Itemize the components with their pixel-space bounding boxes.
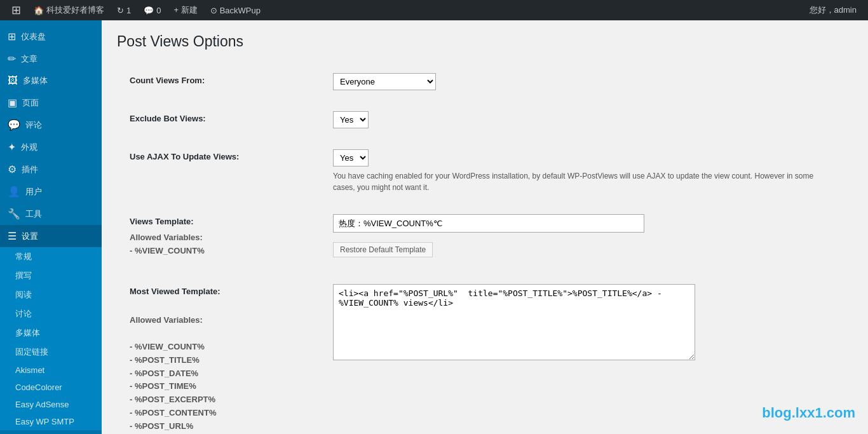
- sidebar-sub-discussion[interactable]: 讨论: [0, 304, 102, 323]
- use-ajax-label: Use AJAX To Update Views:: [130, 149, 333, 161]
- adminbar-greeting: 您好，admin: [803, 4, 863, 16]
- page-title: Post Views Options: [117, 33, 853, 50]
- count-views-select[interactable]: Everyone Guests only Registered Users on…: [333, 73, 436, 90]
- adminbar-updates[interactable]: ↻ 1: [111, 0, 137, 20]
- sidebar-item-pages[interactable]: ▣ 页面: [0, 92, 102, 114]
- pages-icon: ▣: [8, 97, 17, 109]
- site-home-icon: 🏠: [34, 6, 44, 15]
- use-ajax-select[interactable]: Yes No: [333, 149, 369, 166]
- exclude-bot-select[interactable]: Yes No: [333, 111, 369, 128]
- sidebar-sub-codeColorer[interactable]: CodeColorer: [0, 379, 102, 396]
- wp-logo-icon: ⊞: [11, 3, 21, 17]
- adminbar-new[interactable]: + 新建: [167, 0, 203, 20]
- sidebar-sub-akismet[interactable]: Akismet: [0, 362, 102, 379]
- users-icon: 👤: [8, 186, 20, 198]
- exclude-bot-row: Exclude Bot Views: Yes No: [117, 101, 853, 139]
- most-viewed-template-textarea[interactable]: <li><a href="%POST_URL%" title="%POST_TI…: [333, 284, 695, 360]
- most-viewed-vars: Allowed Variables: - %VIEW_COUNT% - %POS…: [130, 301, 333, 433]
- sidebar-item-appearance[interactable]: ✦ 外观: [0, 136, 102, 158]
- use-ajax-value: Yes No You have caching enabled for your…: [333, 149, 840, 193]
- sidebar-item-tools[interactable]: 🔧 工具: [0, 203, 102, 225]
- count-views-row: Count Views From: Everyone Guests only R…: [117, 63, 853, 101]
- sidebar: ⊞ 仪表盘 ✏ 文章 🖼 多媒体 ▣ 页面 💬 评论 ✦ 外观 ⚙ 插件 👤: [0, 20, 102, 434]
- dashboard-icon: ⊞: [8, 31, 16, 43]
- views-template-label: Views Template: Allowed Variables: - %VI…: [130, 214, 333, 263]
- sidebar-item-plugins[interactable]: ⚙ 插件: [0, 158, 102, 180]
- adminbar-comments[interactable]: 💬 0: [137, 0, 167, 20]
- count-views-value: Everyone Guests only Registered Users on…: [333, 73, 840, 90]
- sidebar-item-posts[interactable]: ✏ 文章: [0, 48, 102, 70]
- sidebar-sub-reading[interactable]: 阅读: [0, 285, 102, 304]
- count-views-label: Count Views From:: [130, 73, 333, 85]
- adminbar-wp-logo[interactable]: ⊞: [5, 0, 27, 20]
- sidebar-item-settings[interactable]: ☰ 设置: [0, 225, 102, 247]
- views-allowed-vars: Allowed Variables: - %VIEW_COUNT%: [130, 231, 333, 258]
- exclude-bot-value: Yes No: [333, 111, 840, 128]
- most-viewed-row: Most Viewed Template: Allowed Variables:…: [117, 274, 853, 434]
- settings-sub-menu: 常规 撰写 阅读 讨论 多媒体 固定链接 Akismet CodeColorer: [0, 247, 102, 430]
- views-template-input[interactable]: [333, 214, 644, 233]
- sidebar-item-dashboard[interactable]: ⊞ 仪表盘: [0, 25, 102, 48]
- most-viewed-label: Most Viewed Template: Allowed Variables:…: [130, 284, 333, 434]
- plugins-icon: ⚙: [8, 163, 17, 175]
- admin-bar: ⊞ 🏠 科技爱好者博客 ↻ 1 💬 0 + 新建 ⊙ BackWPup 您好，a…: [0, 0, 868, 20]
- use-ajax-row: Use AJAX To Update Views: Yes No You hav…: [117, 139, 853, 204]
- sidebar-sub-easyAdsense[interactable]: Easy AdSense: [0, 396, 102, 413]
- watermark: blog.lxx1.com: [762, 405, 855, 421]
- media-icon: 🖼: [8, 75, 18, 86]
- sidebar-sub-media[interactable]: 多媒体: [0, 323, 102, 342]
- tools-icon: 🔧: [8, 208, 20, 220]
- sidebar-sub-general[interactable]: 常规: [0, 247, 102, 266]
- sidebar-sub-easyWpSmtp[interactable]: Easy WP SMTP: [0, 413, 102, 430]
- appearance-icon: ✦: [8, 141, 16, 153]
- backwpup-icon: ⊙: [210, 6, 217, 15]
- comments-icon: 💬: [144, 6, 154, 15]
- adminbar-site-name[interactable]: 🏠 科技爱好者博客: [27, 0, 111, 20]
- ajax-note: You have caching enabled for your WordPr…: [333, 170, 829, 193]
- sidebar-sub-permalinks[interactable]: 固定链接: [0, 342, 102, 362]
- restore-default-btn[interactable]: Restore Default Template: [333, 242, 433, 257]
- views-template-value: Restore Default Template: [333, 214, 840, 257]
- settings-icon: ☰: [8, 230, 17, 242]
- sidebar-item-media[interactable]: 🖼 多媒体: [0, 70, 102, 92]
- updates-icon: ↻: [117, 6, 124, 15]
- sidebar-item-users[interactable]: 👤 用户: [0, 180, 102, 203]
- views-template-row: Views Template: Allowed Variables: - %VI…: [117, 204, 853, 274]
- posts-icon: ✏: [8, 53, 16, 65]
- most-viewed-template-value: <li><a href="%POST_URL%" title="%POST_TI…: [333, 284, 840, 362]
- exclude-bot-label: Exclude Bot Views:: [130, 111, 333, 123]
- adminbar-backwpup[interactable]: ⊙ BackWPup: [204, 0, 267, 20]
- comments-sidebar-icon: 💬: [8, 119, 20, 131]
- sidebar-item-comments[interactable]: 💬 评论: [0, 114, 102, 136]
- sidebar-sub-writing[interactable]: 撰写: [0, 266, 102, 285]
- main-content: Post Views Options Count Views From: Eve…: [102, 20, 868, 434]
